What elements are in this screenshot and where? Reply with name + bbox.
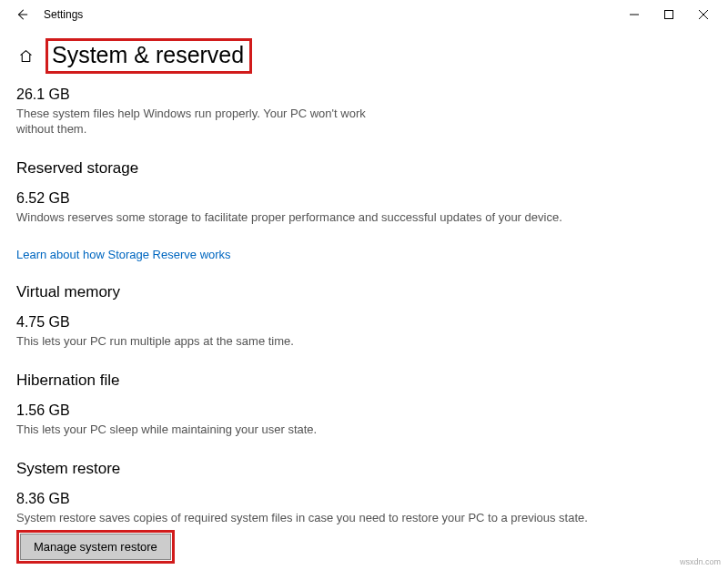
content-area: System & reserved 26.1 GB These system f… [0,29,728,564]
back-arrow-icon [15,8,28,21]
hibernation-desc: This lets your PC sleep while maintainin… [16,422,653,438]
hibernation-title: Hibernation file [16,372,712,390]
svg-rect-0 [665,11,673,19]
close-button[interactable] [686,2,721,27]
reserved-desc: Windows reserves some storage to facilit… [16,210,653,226]
system-size: 26.1 GB [16,87,712,103]
reserved-learn-link[interactable]: Learn about how Storage Reserve works [16,248,231,261]
restore-desc: System restore saves copies of required … [16,511,653,526]
maximize-icon [664,10,673,19]
window-title: Settings [44,8,83,21]
home-button[interactable] [16,48,35,64]
restore-size: 8.36 GB [16,491,712,507]
reserved-size: 6.52 GB [16,190,712,207]
minimize-button[interactable] [617,2,652,27]
virtual-title: Virtual memory [16,283,712,301]
minimize-icon [630,10,639,19]
header-row: System & reserved [16,38,712,74]
home-icon [18,48,34,64]
virtual-desc: This lets your PC run multiple apps at t… [16,334,653,350]
window-controls [617,2,721,27]
manage-system-restore-button[interactable]: Manage system restore [20,534,171,560]
back-button[interactable] [7,0,36,29]
reserved-title: Reserved storage [16,159,712,178]
maximize-button[interactable] [652,2,686,27]
close-icon [699,10,708,19]
watermark: wsxdn.com [680,557,721,566]
titlebar: Settings [0,0,728,29]
system-desc: These system files help Windows run prop… [16,107,371,137]
manage-restore-highlight: Manage system restore [16,530,175,564]
page-title: System & reserved [46,38,252,74]
restore-title: System restore [16,460,712,478]
hibernation-size: 1.56 GB [16,402,712,419]
virtual-size: 4.75 GB [16,314,712,331]
